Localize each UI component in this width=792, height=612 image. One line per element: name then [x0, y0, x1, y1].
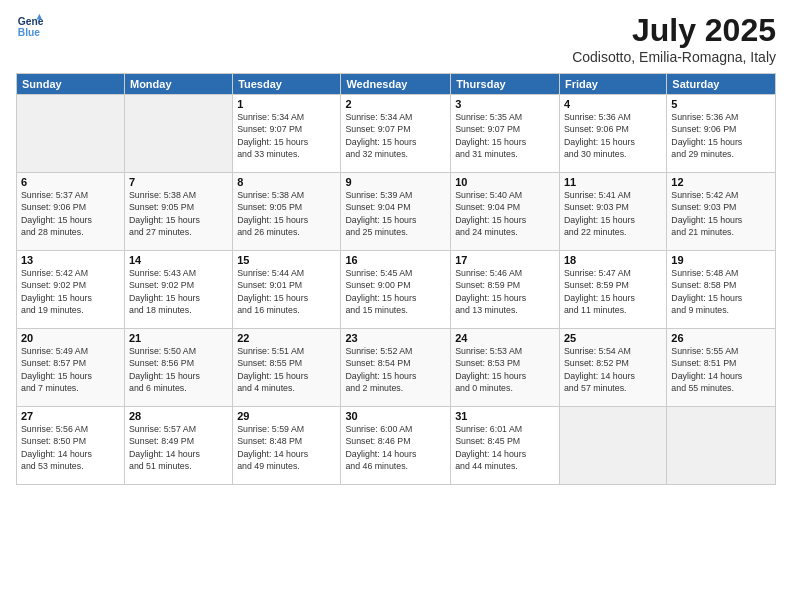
day-cell-2-0: 13Sunrise: 5:42 AM Sunset: 9:02 PM Dayli…: [17, 251, 125, 329]
day-number: 8: [237, 176, 336, 188]
day-detail: Sunrise: 5:53 AM Sunset: 8:53 PM Dayligh…: [455, 345, 555, 394]
day-cell-4-4: 31Sunrise: 6:01 AM Sunset: 8:45 PM Dayli…: [451, 407, 560, 485]
day-cell-4-5: [559, 407, 666, 485]
day-number: 18: [564, 254, 662, 266]
day-number: 29: [237, 410, 336, 422]
day-number: 30: [345, 410, 446, 422]
day-detail: Sunrise: 6:01 AM Sunset: 8:45 PM Dayligh…: [455, 423, 555, 472]
header-sunday: Sunday: [17, 74, 125, 95]
day-cell-1-0: 6Sunrise: 5:37 AM Sunset: 9:06 PM Daylig…: [17, 173, 125, 251]
day-cell-3-6: 26Sunrise: 5:55 AM Sunset: 8:51 PM Dayli…: [667, 329, 776, 407]
day-cell-4-6: [667, 407, 776, 485]
header-saturday: Saturday: [667, 74, 776, 95]
week-row-5: 27Sunrise: 5:56 AM Sunset: 8:50 PM Dayli…: [17, 407, 776, 485]
day-cell-3-2: 22Sunrise: 5:51 AM Sunset: 8:55 PM Dayli…: [233, 329, 341, 407]
day-cell-3-4: 24Sunrise: 5:53 AM Sunset: 8:53 PM Dayli…: [451, 329, 560, 407]
day-cell-0-2: 1Sunrise: 5:34 AM Sunset: 9:07 PM Daylig…: [233, 95, 341, 173]
day-detail: Sunrise: 5:36 AM Sunset: 9:06 PM Dayligh…: [671, 111, 771, 160]
header: General Blue July 2025 Codisotto, Emilia…: [16, 12, 776, 65]
day-cell-3-0: 20Sunrise: 5:49 AM Sunset: 8:57 PM Dayli…: [17, 329, 125, 407]
day-detail: Sunrise: 5:49 AM Sunset: 8:57 PM Dayligh…: [21, 345, 120, 394]
day-detail: Sunrise: 5:34 AM Sunset: 9:07 PM Dayligh…: [237, 111, 336, 160]
day-detail: Sunrise: 5:54 AM Sunset: 8:52 PM Dayligh…: [564, 345, 662, 394]
day-cell-1-6: 12Sunrise: 5:42 AM Sunset: 9:03 PM Dayli…: [667, 173, 776, 251]
day-number: 14: [129, 254, 228, 266]
day-number: 27: [21, 410, 120, 422]
week-row-4: 20Sunrise: 5:49 AM Sunset: 8:57 PM Dayli…: [17, 329, 776, 407]
day-number: 28: [129, 410, 228, 422]
day-number: 22: [237, 332, 336, 344]
day-number: 31: [455, 410, 555, 422]
day-number: 10: [455, 176, 555, 188]
day-detail: Sunrise: 5:41 AM Sunset: 9:03 PM Dayligh…: [564, 189, 662, 238]
day-detail: Sunrise: 5:42 AM Sunset: 9:03 PM Dayligh…: [671, 189, 771, 238]
day-cell-0-1: [124, 95, 232, 173]
day-number: 26: [671, 332, 771, 344]
day-cell-0-4: 3Sunrise: 5:35 AM Sunset: 9:07 PM Daylig…: [451, 95, 560, 173]
calendar-body: 1Sunrise: 5:34 AM Sunset: 9:07 PM Daylig…: [17, 95, 776, 485]
header-monday: Monday: [124, 74, 232, 95]
day-detail: Sunrise: 6:00 AM Sunset: 8:46 PM Dayligh…: [345, 423, 446, 472]
day-number: 16: [345, 254, 446, 266]
day-cell-0-6: 5Sunrise: 5:36 AM Sunset: 9:06 PM Daylig…: [667, 95, 776, 173]
day-cell-1-2: 8Sunrise: 5:38 AM Sunset: 9:05 PM Daylig…: [233, 173, 341, 251]
day-cell-0-0: [17, 95, 125, 173]
day-number: 3: [455, 98, 555, 110]
day-cell-4-1: 28Sunrise: 5:57 AM Sunset: 8:49 PM Dayli…: [124, 407, 232, 485]
week-row-1: 1Sunrise: 5:34 AM Sunset: 9:07 PM Daylig…: [17, 95, 776, 173]
header-tuesday: Tuesday: [233, 74, 341, 95]
day-cell-1-1: 7Sunrise: 5:38 AM Sunset: 9:05 PM Daylig…: [124, 173, 232, 251]
day-cell-3-5: 25Sunrise: 5:54 AM Sunset: 8:52 PM Dayli…: [559, 329, 666, 407]
day-detail: Sunrise: 5:46 AM Sunset: 8:59 PM Dayligh…: [455, 267, 555, 316]
header-wednesday: Wednesday: [341, 74, 451, 95]
day-detail: Sunrise: 5:51 AM Sunset: 8:55 PM Dayligh…: [237, 345, 336, 394]
day-number: 5: [671, 98, 771, 110]
day-cell-0-5: 4Sunrise: 5:36 AM Sunset: 9:06 PM Daylig…: [559, 95, 666, 173]
day-cell-1-3: 9Sunrise: 5:39 AM Sunset: 9:04 PM Daylig…: [341, 173, 451, 251]
day-cell-2-3: 16Sunrise: 5:45 AM Sunset: 9:00 PM Dayli…: [341, 251, 451, 329]
week-row-2: 6Sunrise: 5:37 AM Sunset: 9:06 PM Daylig…: [17, 173, 776, 251]
day-detail: Sunrise: 5:34 AM Sunset: 9:07 PM Dayligh…: [345, 111, 446, 160]
day-detail: Sunrise: 5:36 AM Sunset: 9:06 PM Dayligh…: [564, 111, 662, 160]
day-detail: Sunrise: 5:52 AM Sunset: 8:54 PM Dayligh…: [345, 345, 446, 394]
day-detail: Sunrise: 5:42 AM Sunset: 9:02 PM Dayligh…: [21, 267, 120, 316]
day-cell-2-2: 15Sunrise: 5:44 AM Sunset: 9:01 PM Dayli…: [233, 251, 341, 329]
day-number: 7: [129, 176, 228, 188]
day-cell-1-5: 11Sunrise: 5:41 AM Sunset: 9:03 PM Dayli…: [559, 173, 666, 251]
day-number: 1: [237, 98, 336, 110]
logo: General Blue: [16, 12, 44, 40]
day-cell-2-5: 18Sunrise: 5:47 AM Sunset: 8:59 PM Dayli…: [559, 251, 666, 329]
day-cell-1-4: 10Sunrise: 5:40 AM Sunset: 9:04 PM Dayli…: [451, 173, 560, 251]
day-detail: Sunrise: 5:37 AM Sunset: 9:06 PM Dayligh…: [21, 189, 120, 238]
day-cell-4-3: 30Sunrise: 6:00 AM Sunset: 8:46 PM Dayli…: [341, 407, 451, 485]
day-number: 11: [564, 176, 662, 188]
day-detail: Sunrise: 5:56 AM Sunset: 8:50 PM Dayligh…: [21, 423, 120, 472]
day-number: 12: [671, 176, 771, 188]
day-detail: Sunrise: 5:38 AM Sunset: 9:05 PM Dayligh…: [237, 189, 336, 238]
month-title: July 2025: [572, 12, 776, 49]
day-detail: Sunrise: 5:55 AM Sunset: 8:51 PM Dayligh…: [671, 345, 771, 394]
day-detail: Sunrise: 5:43 AM Sunset: 9:02 PM Dayligh…: [129, 267, 228, 316]
day-cell-2-6: 19Sunrise: 5:48 AM Sunset: 8:58 PM Dayli…: [667, 251, 776, 329]
day-number: 4: [564, 98, 662, 110]
day-cell-4-0: 27Sunrise: 5:56 AM Sunset: 8:50 PM Dayli…: [17, 407, 125, 485]
day-cell-2-1: 14Sunrise: 5:43 AM Sunset: 9:02 PM Dayli…: [124, 251, 232, 329]
calendar-page: General Blue July 2025 Codisotto, Emilia…: [0, 0, 792, 612]
day-cell-0-3: 2Sunrise: 5:34 AM Sunset: 9:07 PM Daylig…: [341, 95, 451, 173]
day-number: 19: [671, 254, 771, 266]
calendar-table: Sunday Monday Tuesday Wednesday Thursday…: [16, 73, 776, 485]
day-detail: Sunrise: 5:39 AM Sunset: 9:04 PM Dayligh…: [345, 189, 446, 238]
day-detail: Sunrise: 5:59 AM Sunset: 8:48 PM Dayligh…: [237, 423, 336, 472]
header-thursday: Thursday: [451, 74, 560, 95]
day-number: 21: [129, 332, 228, 344]
day-number: 24: [455, 332, 555, 344]
week-row-3: 13Sunrise: 5:42 AM Sunset: 9:02 PM Dayli…: [17, 251, 776, 329]
location-title: Codisotto, Emilia-Romagna, Italy: [572, 49, 776, 65]
day-cell-4-2: 29Sunrise: 5:59 AM Sunset: 8:48 PM Dayli…: [233, 407, 341, 485]
day-detail: Sunrise: 5:40 AM Sunset: 9:04 PM Dayligh…: [455, 189, 555, 238]
day-detail: Sunrise: 5:44 AM Sunset: 9:01 PM Dayligh…: [237, 267, 336, 316]
weekday-header-row: Sunday Monday Tuesday Wednesday Thursday…: [17, 74, 776, 95]
svg-text:Blue: Blue: [18, 27, 41, 38]
day-number: 25: [564, 332, 662, 344]
day-detail: Sunrise: 5:57 AM Sunset: 8:49 PM Dayligh…: [129, 423, 228, 472]
